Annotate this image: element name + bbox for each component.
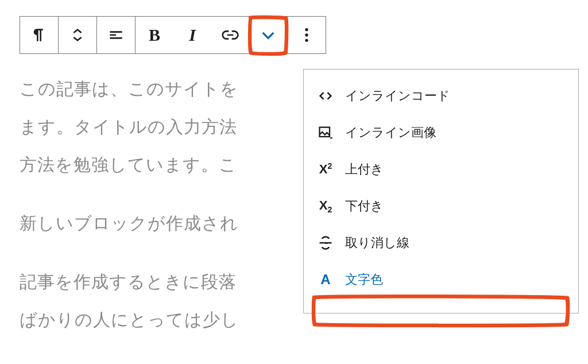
options-button[interactable] — [288, 17, 326, 53]
svg-point-1 — [305, 33, 308, 36]
bold-button[interactable]: B — [136, 17, 173, 53]
italic-icon: I — [189, 25, 196, 45]
bold-icon: B — [149, 25, 160, 45]
superscript-icon: X2 — [318, 161, 334, 177]
text-color-icon: A — [318, 272, 334, 288]
svg-point-2 — [305, 39, 308, 42]
dropdown-item-subscript[interactable]: X2 下付き — [304, 188, 578, 224]
chevron-updown-icon — [68, 26, 87, 44]
paragraph-text: ます。タイトルの入力方法 — [20, 117, 237, 136]
dropdown-item-text-color[interactable]: A 文字色 — [304, 261, 578, 298]
italic-button[interactable]: I — [173, 17, 211, 53]
image-icon — [318, 125, 334, 141]
paragraph-text: 新しいブロックが作成され — [20, 214, 238, 233]
formatting-dropdown: インラインコード インライン画像 X2 上付き X2 下付き 取り消し線 A 文… — [303, 69, 579, 313]
paragraph-text: 記事を作成するときに段落 — [20, 272, 237, 291]
dropdown-item-label: 下付き — [345, 198, 384, 215]
dropdown-item-label: インラインコード — [345, 87, 450, 104]
move-updown-button[interactable] — [59, 17, 96, 53]
svg-point-0 — [305, 28, 308, 31]
link-icon — [221, 26, 239, 44]
dropdown-item-label: インライン画像 — [345, 124, 436, 141]
highlight-scribble-icon — [246, 14, 290, 57]
code-icon — [318, 88, 334, 104]
strikethrough-icon — [318, 235, 334, 251]
dropdown-item-strikethrough[interactable]: 取り消し線 — [304, 224, 578, 261]
more-vertical-icon — [297, 26, 316, 44]
dropdown-item-label: 文字色 — [345, 271, 383, 288]
more-formatting-button[interactable] — [249, 17, 287, 53]
paragraph-text: この記事は、このサイトを — [20, 79, 238, 98]
paragraph-text: 方法を勉強しています。こ — [20, 155, 237, 174]
align-left-icon — [107, 26, 125, 44]
align-button[interactable] — [97, 17, 135, 53]
dropdown-item-superscript[interactable]: X2 上付き — [304, 151, 578, 188]
dropdown-item-inline-code[interactable]: インラインコード — [304, 78, 578, 114]
link-button[interactable] — [211, 17, 249, 53]
paragraph-text: ばかりの人にとっては少し — [20, 310, 239, 329]
dropdown-item-inline-image[interactable]: インライン画像 — [304, 114, 578, 151]
pilcrow-icon — [30, 26, 48, 44]
subscript-icon: X2 — [318, 198, 334, 214]
dropdown-item-label: 取り消し線 — [345, 234, 409, 251]
block-toolbar: B I — [20, 16, 326, 54]
paragraph-block-button[interactable] — [20, 17, 58, 53]
dropdown-item-label: 上付き — [345, 161, 384, 178]
